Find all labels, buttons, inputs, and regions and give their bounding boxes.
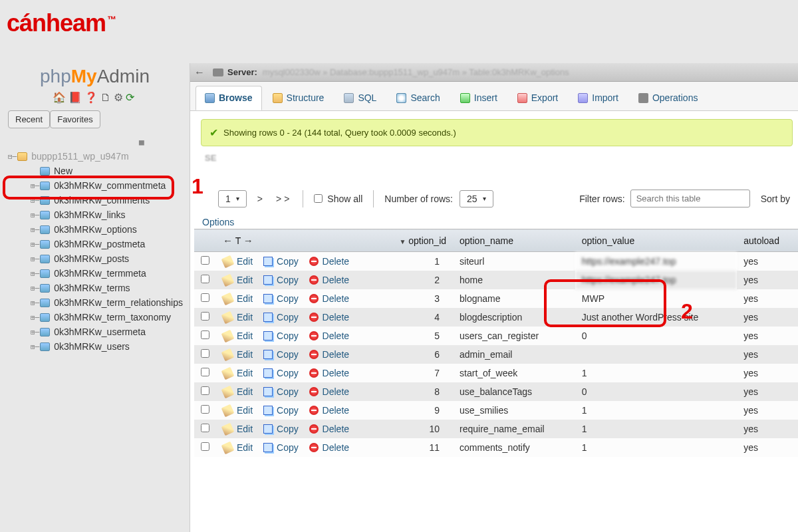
show-all-checkbox[interactable] — [314, 194, 323, 203]
tab-search[interactable]: Search — [387, 86, 449, 110]
tab-browse[interactable]: Browse — [196, 86, 262, 110]
sidebar-table-item[interactable]: ⊞─0k3hMRKw_links — [7, 207, 184, 222]
row-checkbox[interactable] — [201, 349, 209, 358]
edit-link[interactable]: Edit — [237, 424, 253, 434]
delete-link[interactable]: Delete — [323, 405, 349, 416]
copy-link[interactable]: Copy — [277, 386, 299, 397]
edit-link[interactable]: Edit — [237, 312, 253, 323]
col-option-id[interactable]: ▼ option_id — [390, 229, 453, 252]
plus-icon[interactable]: ⊞─ — [31, 225, 39, 234]
copy-link[interactable]: Copy — [277, 368, 299, 378]
edit-link[interactable]: Edit — [237, 349, 253, 360]
row-checkbox[interactable] — [201, 293, 209, 302]
next-page-button[interactable]: > — [257, 194, 265, 204]
show-all-toggle[interactable]: Show all — [314, 194, 362, 204]
sidebar-table-item[interactable]: ⊞─0k3hMRKw_comments — [7, 193, 184, 207]
tab-sql[interactable]: SQL — [334, 86, 386, 110]
sidebar-table-item[interactable]: ⊞─0k3hMRKw_postmeta — [7, 237, 184, 251]
sidebar-table-item[interactable]: ⊞─0k3hMRKw_termmeta — [7, 266, 184, 281]
row-checkbox[interactable] — [201, 331, 209, 339]
recent-button[interactable]: Recent — [8, 110, 50, 128]
delete-link[interactable]: Delete — [323, 331, 349, 341]
copy-link[interactable]: Copy — [277, 405, 299, 416]
last-page-button[interactable]: >> — [276, 194, 292, 204]
plus-icon[interactable]: ⊞─ — [31, 284, 39, 293]
row-checkbox[interactable] — [201, 424, 209, 432]
row-checkbox[interactable] — [201, 368, 209, 376]
refresh-icon[interactable]: ⟳ — [126, 92, 137, 103]
col-option-value[interactable]: option_value — [575, 229, 737, 252]
sidebar-table-item[interactable]: ⊞─0k3hMRKw_posts — [7, 251, 184, 266]
sidebar-table-item[interactable]: ⊞─0k3hMRKw_users — [7, 339, 184, 354]
copy-link[interactable]: Copy — [277, 442, 299, 453]
plus-icon[interactable]: ⊞─ — [31, 313, 39, 322]
tab-import[interactable]: Import — [569, 86, 628, 110]
edit-link[interactable]: Edit — [237, 405, 253, 416]
sidebar-table-item[interactable]: ⊞─0k3hMRKw_commentmeta — [7, 178, 184, 193]
delete-link[interactable]: Delete — [323, 442, 349, 453]
num-rows-select[interactable]: 25▾ — [460, 190, 493, 207]
home-icon[interactable]: 🏠 — [53, 92, 68, 103]
copy-link[interactable]: Copy — [277, 256, 299, 267]
db-root-item[interactable]: ⊟─ buppp1511_wp_u947m — [7, 149, 184, 164]
tab-structure[interactable]: Structure — [263, 86, 334, 110]
plus-icon[interactable]: ⊞─ — [31, 211, 39, 219]
docs-icon[interactable]: ❓ — [84, 92, 100, 103]
delete-link[interactable]: Delete — [323, 293, 349, 304]
sidebar-table-item[interactable]: ⊞─0k3hMRKw_options — [7, 222, 184, 237]
reload-icon[interactable]: ⚙ — [114, 92, 126, 103]
row-checkbox[interactable] — [201, 256, 209, 265]
sidebar-table-item[interactable]: ⊞─0k3hMRKw_usermeta — [7, 325, 184, 339]
favorites-button[interactable]: Favorites — [50, 110, 100, 128]
copy-link[interactable]: Copy — [277, 312, 299, 323]
arrow-left-icon[interactable]: ← — [223, 235, 233, 246]
tab-export[interactable]: Export — [508, 86, 567, 110]
sidebar-table-item[interactable]: ⊞─0k3hMRKw_term_taxonomy — [7, 310, 184, 325]
row-checkbox[interactable] — [201, 442, 209, 451]
delete-link[interactable]: Delete — [323, 312, 349, 323]
edit-link[interactable]: Edit — [237, 256, 253, 267]
plus-icon[interactable]: ⊞─ — [31, 328, 39, 336]
sidebar-table-item[interactable]: ⊞─0k3hMRKw_terms — [7, 281, 184, 295]
delete-link[interactable]: Delete — [323, 256, 349, 267]
delete-link[interactable]: Delete — [323, 386, 349, 397]
edit-link[interactable]: Edit — [237, 442, 253, 453]
edit-link[interactable]: Edit — [237, 368, 253, 378]
plus-icon[interactable]: ⊞─ — [31, 182, 39, 190]
row-checkbox[interactable] — [201, 386, 209, 395]
edit-link[interactable]: Edit — [237, 386, 253, 397]
col-option-name[interactable]: option_name — [453, 229, 575, 252]
edit-link[interactable]: Edit — [237, 293, 253, 304]
plus-icon[interactable]: ⊞─ — [31, 240, 39, 249]
copy-link[interactable]: Copy — [277, 293, 299, 304]
arrow-right-icon[interactable]: → — [243, 235, 253, 246]
edit-link[interactable]: Edit — [237, 331, 253, 341]
plus-icon[interactable]: ⊞─ — [31, 196, 39, 205]
back-arrow-icon[interactable]: ← — [194, 66, 205, 78]
page-select[interactable]: 1▾ — [218, 190, 247, 207]
row-checkbox[interactable] — [201, 312, 209, 321]
delete-link[interactable]: Delete — [323, 275, 349, 285]
row-checkbox[interactable] — [201, 275, 209, 283]
settings-icon[interactable]: 🗋 — [100, 92, 114, 103]
sidebar-table-item[interactable]: ⊞─0k3hMRKw_term_relationships — [7, 295, 184, 310]
plus-icon[interactable]: ⊞─ — [31, 269, 39, 278]
options-caption[interactable]: Options — [194, 215, 798, 229]
minus-icon[interactable]: ⊟─ — [8, 152, 17, 161]
plus-icon[interactable]: ⊞─ — [31, 299, 39, 307]
filter-rows-input[interactable] — [630, 190, 750, 207]
logout-icon[interactable]: 📕 — [68, 92, 84, 103]
new-table-item[interactable]: New — [7, 164, 184, 178]
plus-icon[interactable]: ⊞─ — [31, 255, 39, 263]
delete-link[interactable]: Delete — [323, 368, 349, 378]
tab-operations[interactable]: Operations — [629, 86, 707, 110]
copy-link[interactable]: Copy — [277, 331, 299, 341]
edit-link[interactable]: Edit — [237, 275, 253, 285]
collapse-handle-icon[interactable]: ▅ — [5, 138, 184, 145]
col-autoload[interactable]: autoload — [737, 229, 798, 252]
delete-link[interactable]: Delete — [323, 349, 349, 360]
row-checkbox[interactable] — [201, 405, 209, 414]
copy-link[interactable]: Copy — [277, 349, 299, 360]
tab-insert[interactable]: Insert — [451, 86, 507, 110]
delete-link[interactable]: Delete — [323, 424, 349, 434]
